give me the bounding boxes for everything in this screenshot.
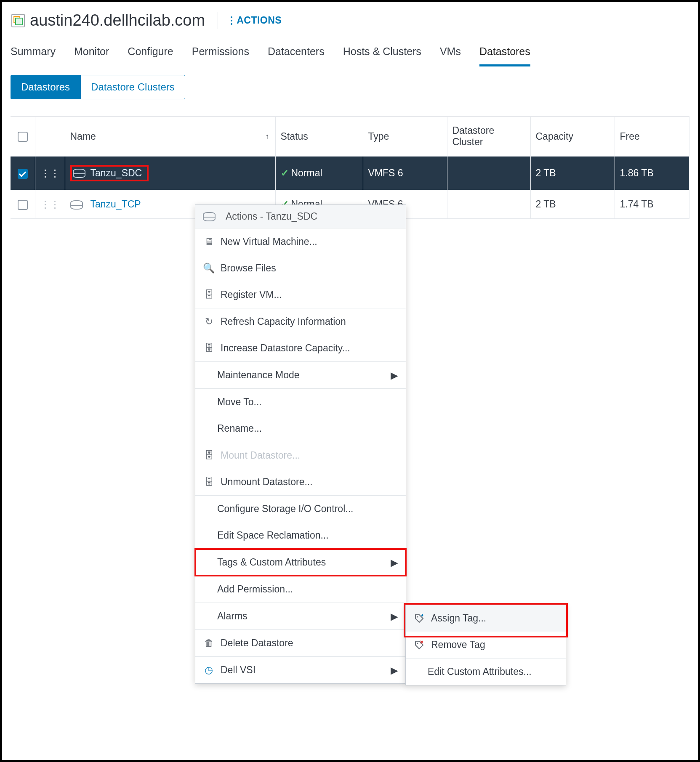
sort-asc-icon: ↑ xyxy=(266,132,269,141)
menu-label: Add Permission... xyxy=(217,584,293,595)
datastore-table-wrap: Name↑ Status Type Datastore Cluster Capa… xyxy=(2,116,698,219)
menu-label: Alarms xyxy=(217,611,248,622)
menu-maintenance-mode[interactable]: Maintenance Mode▶ xyxy=(195,362,406,388)
remove-tag-icon xyxy=(413,640,425,650)
svg-point-0 xyxy=(417,616,418,617)
submenu-label: Remove Tag xyxy=(431,639,485,650)
tab-hosts-clusters[interactable]: Hosts & Clusters xyxy=(343,42,421,66)
col-status[interactable]: Status xyxy=(275,117,363,157)
submenu-label: Assign Tag... xyxy=(431,613,486,624)
row-drag-handle[interactable]: ⋮⋮ xyxy=(35,157,65,190)
col-free[interactable]: Free xyxy=(615,117,689,157)
datastore-link[interactable]: Tanzu_SDC xyxy=(90,167,142,179)
subtab-datastore-clusters[interactable]: Datastore Clusters xyxy=(80,75,185,99)
menu-refresh-capacity[interactable]: ↻Refresh Capacity Information xyxy=(195,308,406,335)
register-icon: 🗄 xyxy=(203,289,215,300)
cell-capacity: 2 TB xyxy=(530,190,615,219)
new-vm-icon: 🖥 xyxy=(203,236,215,247)
menu-label: Refresh Capacity Information xyxy=(221,316,346,327)
refresh-icon: ↻ xyxy=(203,316,215,327)
menu-label: Move To... xyxy=(217,396,262,408)
menu-rename[interactable]: Rename... xyxy=(195,415,406,442)
submenu-edit-custom-attributes[interactable]: Edit Custom Attributes... xyxy=(406,658,566,685)
status-text: Normal xyxy=(291,167,322,178)
tab-datacenters[interactable]: Datacenters xyxy=(268,42,325,66)
sub-tabs: Datastores Datastore Clusters xyxy=(2,66,698,116)
row-checkbox-cell xyxy=(11,190,35,219)
menu-storage-io-control[interactable]: Configure Storage I/O Control... xyxy=(195,496,406,522)
tab-monitor[interactable]: Monitor xyxy=(74,42,109,66)
cell-name: Tanzu_SDC xyxy=(65,157,275,190)
main-tabs: Summary Monitor Configure Permissions Da… xyxy=(2,42,698,66)
row-drag-handle[interactable]: ⋮⋮ xyxy=(35,190,65,219)
col-name[interactable]: Name↑ xyxy=(65,117,275,157)
menu-add-permission[interactable]: Add Permission... xyxy=(195,576,406,603)
menu-label: Browse Files xyxy=(221,263,276,274)
menu-browse-files[interactable]: 🔍Browse Files xyxy=(195,255,406,281)
menu-label: New Virtual Machine... xyxy=(221,236,317,247)
actions-menu-button[interactable]: ACTIONS xyxy=(231,15,282,26)
submenu-arrow-icon: ▶ xyxy=(391,664,398,676)
cell-free: 1.74 TB xyxy=(615,190,689,219)
context-menu: Actions - Tanzu_SDC 🖥New Virtual Machine… xyxy=(195,204,406,684)
status-ok-icon: ✓ xyxy=(281,167,289,178)
datastore-table: Name↑ Status Type Datastore Cluster Capa… xyxy=(11,116,689,219)
menu-label: Tags & Custom Attributes xyxy=(217,557,326,568)
submenu-arrow-icon: ▶ xyxy=(391,611,398,622)
menu-label: Dell VSI xyxy=(221,664,256,676)
kebab-icon xyxy=(231,16,232,25)
submenu-remove-tag[interactable]: Remove Tag xyxy=(406,632,566,658)
cell-status: ✓Normal xyxy=(275,157,363,190)
submenu-assign-tag[interactable]: Assign Tag... xyxy=(406,605,566,632)
menu-increase-capacity[interactable]: 🗄Increase Datastore Capacity... xyxy=(195,335,406,361)
row-checkbox[interactable] xyxy=(18,169,28,179)
page-header: austin240.dellhcilab.com ACTIONS xyxy=(2,2,698,37)
increase-icon: 🗄 xyxy=(203,343,215,354)
menu-label: Rename... xyxy=(217,423,262,434)
actions-label: ACTIONS xyxy=(237,15,282,26)
menu-register-vm[interactable]: 🗄Register VM... xyxy=(195,281,406,308)
menu-label: Edit Space Reclamation... xyxy=(217,530,329,541)
select-all-checkbox[interactable] xyxy=(18,132,28,142)
context-menu-title-text: Actions - Tanzu_SDC xyxy=(226,211,317,222)
context-menu-title: Actions - Tanzu_SDC xyxy=(195,205,406,228)
menu-new-vm[interactable]: 🖥New Virtual Machine... xyxy=(195,228,406,255)
menu-dell-vsi[interactable]: ◷Dell VSI▶ xyxy=(195,657,406,683)
menu-move-to[interactable]: Move To... xyxy=(195,389,406,415)
menu-unmount-datastore[interactable]: 🗄Unmount Datastore... xyxy=(195,469,406,495)
tab-permissions[interactable]: Permissions xyxy=(192,42,249,66)
browse-icon: 🔍 xyxy=(203,263,215,274)
menu-space-reclamation[interactable]: Edit Space Reclamation... xyxy=(195,522,406,549)
tab-datastores[interactable]: Datastores xyxy=(479,42,530,66)
submenu-arrow-icon: ▶ xyxy=(391,369,398,381)
menu-label: Configure Storage I/O Control... xyxy=(217,503,353,515)
tab-summary[interactable]: Summary xyxy=(11,42,56,66)
menu-label: Delete Datastore xyxy=(221,637,293,649)
menu-delete-datastore[interactable]: 🗑Delete Datastore xyxy=(195,630,406,656)
cell-cluster xyxy=(447,190,530,219)
datastore-icon xyxy=(70,200,83,210)
vcenter-icon xyxy=(11,14,25,27)
menu-label: Unmount Datastore... xyxy=(221,476,313,488)
datastore-icon xyxy=(203,212,216,221)
datastore-link[interactable]: Tanzu_TCP xyxy=(90,199,141,210)
header-drag-cell xyxy=(35,117,65,157)
subtab-datastores[interactable]: Datastores xyxy=(11,75,80,99)
col-type[interactable]: Type xyxy=(363,117,447,157)
page-title: austin240.dellhcilab.com xyxy=(30,11,205,29)
table-row[interactable]: ⋮⋮ Tanzu_SDC ✓Normal VMFS 6 2 TB 1.86 TB xyxy=(11,157,689,190)
menu-label: Mount Datastore... xyxy=(221,450,300,461)
menu-alarms[interactable]: Alarms▶ xyxy=(195,603,406,629)
tab-vms[interactable]: VMs xyxy=(440,42,461,66)
menu-mount-datastore: 🗄Mount Datastore... xyxy=(195,442,406,469)
menu-label: Register VM... xyxy=(221,289,282,300)
menu-tags-custom-attributes[interactable]: Tags & Custom Attributes▶ xyxy=(195,549,406,576)
unmount-icon: 🗄 xyxy=(203,476,215,488)
header-checkbox-cell xyxy=(11,117,35,157)
col-cluster[interactable]: Datastore Cluster xyxy=(447,117,530,157)
tab-configure[interactable]: Configure xyxy=(128,42,173,66)
mount-icon: 🗄 xyxy=(203,450,215,461)
row-checkbox[interactable] xyxy=(18,200,28,210)
menu-label: Increase Datastore Capacity... xyxy=(221,343,350,354)
col-capacity[interactable]: Capacity xyxy=(530,117,615,157)
